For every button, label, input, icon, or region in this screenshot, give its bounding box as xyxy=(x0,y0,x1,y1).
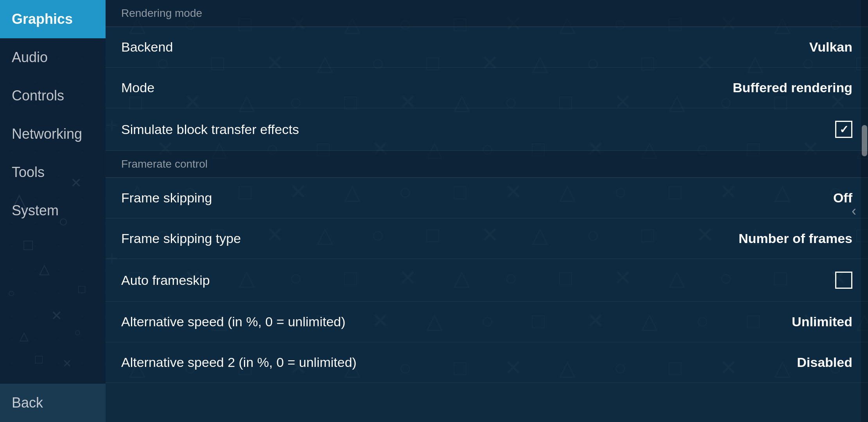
setting-row-backend[interactable]: Backend Vulkan xyxy=(106,27,868,68)
setting-value-backend: Vulkan xyxy=(809,39,852,55)
setting-label-alt-speed: Alternative speed (in %, 0 = unlimited) xyxy=(121,314,346,329)
sidebar-item-controls[interactable]: Controls xyxy=(0,77,106,115)
setting-label-backend: Backend xyxy=(121,39,173,55)
settings-list: Rendering mode Backend Vulkan Mode Buffe… xyxy=(106,0,868,422)
setting-row-frame-skipping[interactable]: Frame skipping Off xyxy=(106,178,868,218)
scroll-thumb[interactable] xyxy=(862,125,867,156)
setting-row-simulate-block[interactable]: Simulate block transfer effects xyxy=(106,108,868,151)
setting-label-alt-speed-2: Alternative speed 2 (in %, 0 = unlimited… xyxy=(121,355,357,370)
sidebar-item-tools[interactable]: Tools xyxy=(0,153,106,191)
setting-label-mode: Mode xyxy=(121,80,154,95)
setting-value-alt-speed-2: Disabled xyxy=(797,355,852,370)
setting-value-alt-speed: Unlimited xyxy=(792,314,852,329)
section-header-rendering: Rendering mode xyxy=(106,0,868,27)
setting-row-frame-skipping-type[interactable]: Frame skipping type Number of frames xyxy=(106,218,868,259)
sidebar-item-system[interactable]: System xyxy=(0,191,106,230)
setting-row-alt-speed-2[interactable]: Alternative speed 2 (in %, 0 = unlimited… xyxy=(106,342,868,383)
sidebar-item-networking[interactable]: Networking xyxy=(0,115,106,153)
setting-label-frame-skipping-type: Frame skipping type xyxy=(121,231,241,246)
setting-label-simulate-block: Simulate block transfer effects xyxy=(121,122,299,137)
right-chevron-icon[interactable]: ‹ xyxy=(848,201,859,221)
setting-value-mode: Buffered rendering xyxy=(733,80,852,95)
main-content: △○□✕ △○□✕ △○□✕ △○ ○□✕△ ○□✕△ ○□✕△ ○□ □✕△○… xyxy=(106,0,868,422)
sidebar-item-audio[interactable]: Audio xyxy=(0,38,106,77)
back-button[interactable]: Back xyxy=(0,384,106,422)
setting-row-alt-speed[interactable]: Alternative speed (in %, 0 = unlimited) … xyxy=(106,302,868,342)
setting-value-frame-skipping-type: Number of frames xyxy=(739,231,852,246)
scroll-track[interactable] xyxy=(861,0,868,422)
sidebar-item-graphics[interactable]: Graphics xyxy=(0,0,106,38)
sidebar: △ ○ □ ✕ △ ○ □ ✕ △ ○ □ ✕ Graphics Audio C… xyxy=(0,0,106,422)
auto-frameskip-checkbox[interactable] xyxy=(835,272,852,289)
setting-label-auto-frameskip: Auto frameskip xyxy=(121,273,210,288)
setting-row-auto-frameskip[interactable]: Auto frameskip xyxy=(106,259,868,302)
setting-row-mode[interactable]: Mode Buffered rendering xyxy=(106,68,868,108)
section-header-framerate: Framerate control xyxy=(106,151,868,178)
setting-label-frame-skipping: Frame skipping xyxy=(121,190,212,206)
simulate-block-checkbox[interactable] xyxy=(835,121,852,138)
